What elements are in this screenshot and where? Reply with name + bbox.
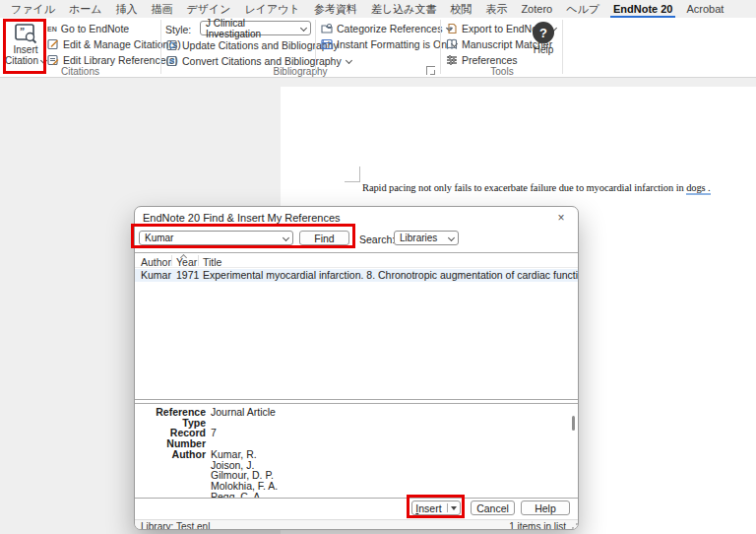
group-separator <box>562 20 563 74</box>
dialog-status-bar: Library: Test.enl 1 items in list <box>135 519 579 530</box>
tab-references[interactable]: 参考資料 <box>307 0 364 18</box>
find-insert-references-dialog: EndNote 20 Find & Insert My References ×… <box>134 206 579 530</box>
tab-view[interactable]: 表示 <box>478 0 514 18</box>
manuscript-matcher-icon <box>446 38 458 50</box>
bibliography-group: Style: J Clinical Investigation Update C… <box>162 18 438 78</box>
ribbon-tab-bar: ファイル ホーム 挿入 描画 デザイン レイアウト 参考資料 差し込み文書 校閲… <box>0 0 756 18</box>
categorize-references-label: Categorize References <box>337 23 442 34</box>
categorize-references-icon <box>321 23 333 34</box>
tools-group-label: Tools <box>442 66 562 77</box>
bibliography-dialog-launcher-icon[interactable] <box>426 66 435 75</box>
result-title: Experimental myocardial infarction. 8. C… <box>203 269 578 281</box>
export-to-endnote-icon <box>446 23 458 34</box>
result-year: 1971 <box>176 269 199 281</box>
update-citations-icon <box>166 39 178 51</box>
citation-field[interactable]: dogs . <box>686 182 711 195</box>
tools-group: Export to EndNote Manuscript Matcher Pre… <box>442 18 562 78</box>
sort-ascending-icon <box>180 252 186 258</box>
tab-help[interactable]: ヘルプ <box>559 0 606 18</box>
tab-file[interactable]: ファイル <box>4 0 62 18</box>
group-separator <box>160 20 161 74</box>
column-separator[interactable] <box>171 255 172 266</box>
instant-formatting-label: Instant Formatting is On <box>337 38 447 50</box>
preferences-button[interactable]: Preferences <box>446 53 518 67</box>
chevron-down-icon <box>40 58 46 64</box>
categorize-references-button[interactable]: Categorize References <box>321 22 452 35</box>
find-button[interactable]: Find <box>299 231 349 245</box>
chevron-down-icon <box>346 58 351 64</box>
detail-row: Gilmour, D. P. <box>135 470 578 481</box>
dialog-help-button[interactable]: Help <box>521 501 570 515</box>
update-citations-button[interactable]: Update Citations and Bibliography <box>166 38 339 52</box>
endnote-ribbon: ” Insert Citation EN Go to EndNote Edit … <box>0 18 756 78</box>
tab-zotero[interactable]: Zotero <box>514 0 559 18</box>
edit-library-icon <box>47 54 59 66</box>
column-header-author[interactable]: Author <box>141 256 171 268</box>
insert-dropdown-icon[interactable] <box>451 506 457 510</box>
insert-button[interactable]: Insert <box>411 501 461 515</box>
style-dropdown[interactable]: J Clinical Investigation <box>200 21 311 35</box>
tab-acrobat[interactable]: Acrobat <box>679 0 730 18</box>
cancel-button[interactable]: Cancel <box>471 501 515 515</box>
tab-design[interactable]: デザイン <box>180 0 238 18</box>
text-boundary-corner-mark <box>345 167 360 182</box>
group-separator <box>440 20 441 74</box>
help-icon: ? <box>533 22 554 43</box>
insert-citation-label-1: Insert <box>13 44 37 55</box>
resize-grip[interactable] <box>570 521 578 529</box>
detail-row: Joison, J. <box>135 460 578 471</box>
library-name: Library: Test.enl <box>141 521 210 530</box>
detail-row: Molokhia, F. A. <box>135 481 578 492</box>
column-separator[interactable] <box>198 255 199 266</box>
detail-row: Reference TypeJournal Article <box>135 407 578 428</box>
tab-mailings[interactable]: 差し込み文書 <box>364 0 444 18</box>
chevron-down-icon <box>283 235 288 241</box>
tab-endnote-20[interactable]: EndNote 20 <box>606 0 680 18</box>
citations-group: ” Insert Citation EN Go to EndNote Edit … <box>0 18 160 78</box>
preferences-icon <box>446 54 458 66</box>
search-scope-label: Search: <box>359 234 395 245</box>
bibliography-group-label: Bibliography <box>162 66 438 77</box>
search-scope-dropdown[interactable]: Libraries <box>394 231 459 245</box>
help-button[interactable]: ? Help <box>529 22 558 55</box>
go-to-endnote-button[interactable]: EN Go to EndNote <box>47 22 129 35</box>
citations-group-label: Citations <box>0 66 160 77</box>
style-dropdown-value: J Clinical Investigation <box>206 18 300 39</box>
dialog-title: EndNote 20 Find & Insert My References <box>135 207 578 229</box>
tab-draw[interactable]: 描画 <box>145 0 180 18</box>
details-scrollbar[interactable] <box>572 416 575 431</box>
endnote-en-icon: EN <box>47 26 57 33</box>
chevron-down-icon <box>448 235 454 241</box>
tab-home[interactable]: ホーム <box>62 0 109 18</box>
document-paragraph[interactable]: Rapid pacing not only fails to exacerbat… <box>362 182 756 193</box>
chevron-down-icon <box>300 26 306 32</box>
group-separator <box>315 20 316 74</box>
close-icon[interactable]: × <box>553 210 569 226</box>
tab-review[interactable]: 校閲 <box>443 0 478 18</box>
results-list: Author Year Title Kumar 1971 Experimenta… <box>135 252 578 400</box>
help-label: Help <box>534 44 554 55</box>
results-list-header: Author Year Title <box>135 253 578 268</box>
edit-library-references-button[interactable]: Edit Library Reference(s) <box>47 53 178 67</box>
column-header-title[interactable]: Title <box>203 256 221 268</box>
items-count: 1 items in list <box>509 521 566 530</box>
reference-details-panel: Reference TypeJournal Article Record Num… <box>135 403 578 499</box>
instant-formatting-button[interactable]: Instant Formatting is On <box>321 37 457 51</box>
edit-citation-icon <box>47 38 59 50</box>
preferences-label: Preferences <box>462 54 518 66</box>
detail-row: AuthorKumar, R. <box>135 449 578 460</box>
search-scope-value: Libraries <box>400 233 437 243</box>
search-term-combobox[interactable]: Kumar <box>139 231 293 245</box>
result-row-selected[interactable]: Kumar 1971 Experimental myocardial infar… <box>135 269 578 282</box>
style-label: Style: <box>165 24 191 35</box>
tab-layout[interactable]: レイアウト <box>238 0 307 18</box>
go-to-endnote-label: Go to EndNote <box>61 23 129 34</box>
detail-row: Pegg, C. A. <box>135 492 578 499</box>
instant-formatting-icon <box>321 38 333 50</box>
document-sentence: Rapid pacing not only fails to exacerbat… <box>362 182 686 193</box>
tab-insert[interactable]: 挿入 <box>109 0 145 18</box>
insert-citation-label-2: Citation <box>5 55 38 66</box>
search-term-value: Kumar <box>145 233 173 243</box>
split-button-divider <box>447 503 448 512</box>
detail-row: Record Number7 <box>135 428 578 448</box>
